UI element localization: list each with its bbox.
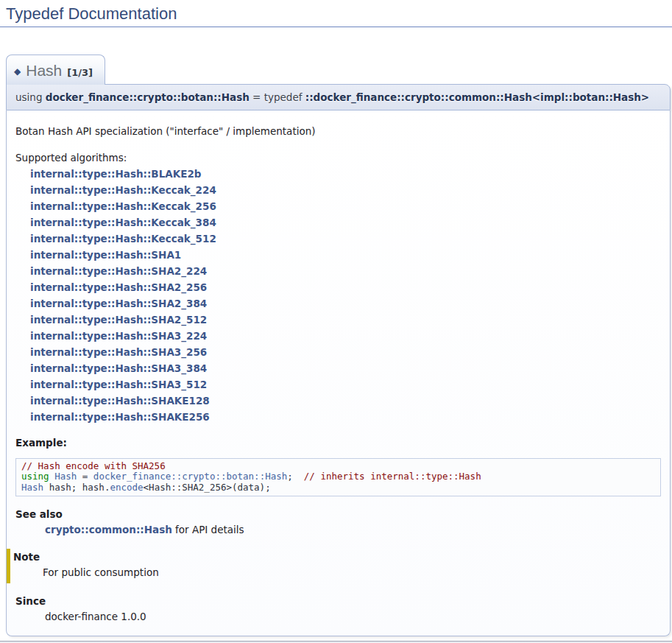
algorithm-link-list: internal::type::Hash::BLAKE2binternal::t… bbox=[30, 166, 661, 425]
member-overload-index: [1/3] bbox=[67, 67, 93, 78]
algorithm-link[interactable]: internal::type::Hash::Keccak_384 bbox=[30, 217, 216, 228]
algorithm-row: internal::type::Hash::BLAKE2b bbox=[30, 166, 661, 182]
algorithm-row: internal::type::Hash::SHA2_256 bbox=[30, 279, 661, 295]
code-token-plain: <Hash::SHA2_256>(data); bbox=[144, 482, 271, 493]
see-also-section: See also crypto::common::Hash for API de… bbox=[15, 508, 661, 537]
algorithm-link[interactable]: internal::type::Hash::SHA3_224 bbox=[30, 330, 207, 342]
member-prototype: using docker_finance::crypto::botan::Has… bbox=[6, 84, 671, 110]
note-section: Note For public consumption bbox=[7, 549, 661, 584]
section-heading: Typedef Documentation bbox=[0, 4, 672, 27]
see-also-suffix: for API details bbox=[172, 524, 244, 535]
algorithm-row: internal::type::Hash::SHA3_256 bbox=[30, 344, 661, 360]
algorithm-link[interactable]: internal::type::Hash::SHA2_256 bbox=[30, 281, 207, 293]
algorithm-link[interactable]: internal::type::Hash::BLAKE2b bbox=[30, 168, 201, 180]
algorithm-link[interactable]: internal::type::Hash::Keccak_512 bbox=[30, 233, 216, 245]
algorithm-row: internal::type::Hash::SHA2_384 bbox=[30, 295, 661, 312]
member-item: using docker_finance::crypto::botan::Has… bbox=[6, 84, 671, 636]
algorithm-link[interactable]: internal::type::Hash::Keccak_256 bbox=[30, 200, 216, 212]
note-text: For public consumption bbox=[43, 566, 661, 580]
algorithm-row: internal::type::Hash::SHA1 bbox=[30, 247, 661, 263]
permalink-anchor-icon[interactable]: ◆ bbox=[14, 66, 21, 77]
algorithm-row: internal::type::Hash::SHA2_512 bbox=[30, 312, 661, 328]
code-token-plain: = bbox=[77, 471, 93, 482]
algorithm-row: internal::type::Hash::Keccak_512 bbox=[30, 231, 661, 247]
algorithm-row: internal::type::Hash::SHA3_512 bbox=[30, 376, 661, 393]
code-token-plain: hash; hash. bbox=[43, 482, 110, 493]
note-label: Note bbox=[13, 551, 661, 563]
supported-algorithms-label: Supported algorithms: bbox=[15, 150, 661, 166]
code-link[interactable]: encode bbox=[110, 482, 143, 493]
code-line: // Hash encode with SHA256 bbox=[21, 461, 655, 472]
algorithm-row: internal::type::Hash::Keccak_224 bbox=[30, 182, 661, 198]
algorithm-link[interactable]: internal::type::Hash::Keccak_224 bbox=[30, 184, 216, 196]
algorithm-link[interactable]: internal::type::Hash::SHAKE128 bbox=[30, 395, 210, 407]
algorithm-link[interactable]: internal::type::Hash::SHA3_512 bbox=[30, 379, 207, 390]
algorithm-link[interactable]: internal::type::Hash::SHA2_384 bbox=[30, 298, 207, 309]
definition-type: ::docker_finance::crypto::common::Hash<i… bbox=[305, 91, 649, 103]
code-token-comment: // Hash encode with SHA256 bbox=[21, 460, 166, 471]
code-token-plain: ; bbox=[287, 471, 304, 482]
since-text: docker-finance 1.0.0 bbox=[45, 610, 661, 624]
algorithm-row: internal::type::Hash::SHA3_224 bbox=[30, 328, 661, 344]
algorithm-link[interactable]: internal::type::Hash::SHA2_224 bbox=[30, 265, 207, 277]
code-line: Hash hash; hash.encode<Hash::SHA2_256>(d… bbox=[21, 482, 655, 493]
member-name: Hash bbox=[26, 62, 62, 79]
code-link[interactable]: docker_finance::crypto::botan::Hash bbox=[93, 471, 287, 482]
code-link[interactable]: Hash bbox=[21, 482, 43, 493]
algorithm-row: internal::type::Hash::SHA2_224 bbox=[30, 263, 661, 279]
algorithm-row: internal::type::Hash::Keccak_256 bbox=[30, 198, 661, 214]
example-section: Example: bbox=[15, 437, 661, 449]
typedef-documentation-section: Typedef Documentation ◆Hash[1/3] using d… bbox=[0, 4, 672, 636]
algorithm-link[interactable]: internal::type::Hash::SHA2_512 bbox=[30, 314, 207, 326]
definition-equals: = typedef bbox=[252, 91, 302, 103]
since-label: Since bbox=[15, 595, 661, 607]
member-documentation: Botan Hash API specialization ("interfac… bbox=[6, 110, 671, 636]
code-line: using Hash = docker_finance::crypto::bot… bbox=[21, 471, 655, 482]
algorithm-row: internal::type::Hash::SHA3_384 bbox=[30, 360, 661, 376]
algorithm-link[interactable]: internal::type::Hash::SHA3_384 bbox=[30, 362, 207, 374]
see-also-link[interactable]: crypto::common::Hash bbox=[45, 524, 172, 535]
code-link[interactable]: Hash bbox=[54, 471, 77, 482]
example-label: Example: bbox=[15, 437, 661, 449]
member-description: Botan Hash API specialization ("interfac… bbox=[15, 124, 661, 138]
member-title-tab: ◆Hash[1/3] bbox=[6, 55, 105, 85]
algorithm-link[interactable]: internal::type::Hash::SHA3_256 bbox=[30, 346, 207, 358]
definition-name: docker_finance::crypto::botan::Hash bbox=[46, 91, 250, 103]
algorithm-row: internal::type::Hash::Keccak_384 bbox=[30, 214, 661, 231]
since-section: Since docker-finance 1.0.0 bbox=[15, 595, 661, 624]
algorithm-row: internal::type::Hash::SHAKE256 bbox=[30, 409, 661, 425]
algorithm-link[interactable]: internal::type::Hash::SHA1 bbox=[30, 249, 181, 261]
algorithm-row: internal::type::Hash::SHAKE128 bbox=[30, 393, 661, 409]
code-token-keyword: using bbox=[21, 471, 49, 482]
code-token-comment: // inherits internal::type::Hash bbox=[304, 471, 481, 482]
algorithm-link[interactable]: internal::type::Hash::SHAKE256 bbox=[30, 411, 210, 423]
code-fragment: // Hash encode with SHA256using Hash = d… bbox=[15, 458, 661, 496]
definition-keyword: using bbox=[15, 91, 42, 103]
see-also-label: See also bbox=[15, 508, 661, 520]
see-also-content: crypto::common::Hash for API details bbox=[45, 523, 661, 537]
supported-algorithms-block: Supported algorithms: internal::type::Ha… bbox=[15, 150, 661, 425]
